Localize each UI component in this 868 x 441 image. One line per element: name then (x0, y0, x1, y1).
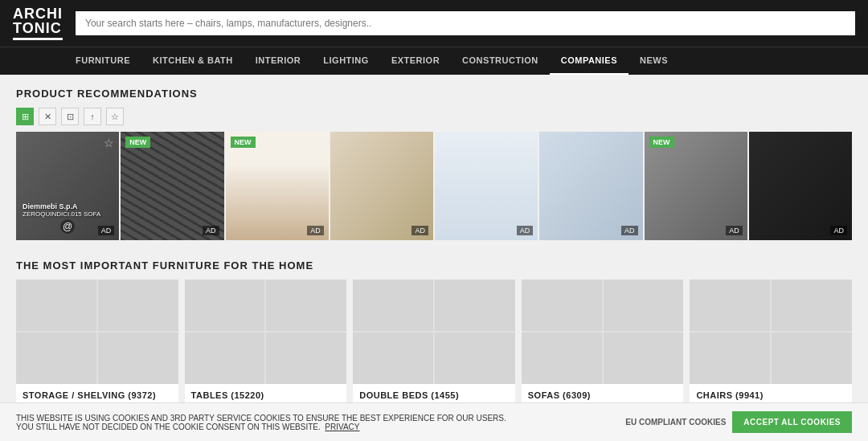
product-card[interactable]: NEWAD (226, 132, 329, 240)
eu-compliant-button[interactable]: EU COMPLIANT COOKIES (625, 418, 726, 427)
category-image (16, 333, 96, 384)
toolbar: ⊞ ✕ ⊡ ↑ ☆ (16, 108, 852, 125)
ad-badge: AD (203, 226, 219, 235)
category-image (98, 333, 178, 384)
toolbar-close-btn[interactable]: ✕ (39, 108, 56, 125)
category-title: TABLES (15220) (191, 390, 341, 400)
toolbar-grid-btn[interactable]: ⊞ (16, 108, 34, 125)
category-title: SOFAS (6309) (528, 390, 678, 400)
accept-cookies-button[interactable]: ACCEPT ALL COOKIES (732, 411, 852, 433)
ad-badge: AD (726, 226, 743, 235)
category-image (185, 280, 265, 331)
category-image (435, 280, 515, 331)
search-bar[interactable] (76, 11, 855, 35)
product-card[interactable]: NEWAD (121, 132, 223, 240)
nav-item-news[interactable]: NEWS (628, 47, 679, 75)
toolbar-star-btn[interactable]: ☆ (106, 108, 124, 125)
main-nav: FURNITUREKITCHEN & BATHINTERIORLIGHTINGE… (0, 47, 868, 75)
categories-title: THE MOST IMPORTANT FURNITURE FOR THE HOM… (16, 259, 852, 272)
header: ARCHI TONIC (0, 0, 868, 47)
nav-item-lighting[interactable]: LIGHTING (312, 47, 380, 75)
main-content: PRODUCT RECOMMENDATIONS ⊞ ✕ ⊡ ↑ ☆ ☆Diemm… (0, 75, 868, 441)
logo-tonic: TONIC (13, 21, 63, 35)
category-image (266, 333, 346, 384)
nav-item-exterior[interactable]: EXTERIOR (380, 47, 451, 75)
category-image (604, 333, 684, 384)
company-name: Diemmebi S.p.A (23, 202, 100, 210)
toolbar-square-btn[interactable]: ⊡ (61, 108, 79, 125)
search-input[interactable] (76, 11, 855, 35)
nav-item-kitchen---bath[interactable]: KITCHEN & BATH (141, 47, 244, 75)
category-image (98, 280, 178, 331)
category-image (435, 333, 515, 384)
cookie-buttons: EU COMPLIANT COOKIES ACCEPT ALL COOKIES (625, 411, 852, 433)
logo-bar (13, 38, 63, 40)
ad-badge: AD (830, 226, 847, 235)
cookie-text: THIS WEBSITE IS USING COOKIES AND 3RD PA… (16, 414, 625, 431)
product-card[interactable]: AD (330, 132, 433, 240)
privacy-link[interactable]: PRIVACY (325, 423, 359, 431)
logo-archi: ARCHI (13, 6, 63, 21)
product-card[interactable]: AD (749, 132, 852, 240)
category-image (353, 280, 433, 331)
new-badge: NEW (125, 137, 150, 148)
product-name: ZEROQUINDICI.015 SOFA (23, 210, 100, 218)
cookie-sub-text: YOU STILL HAVE NOT DECIDED ON THE COOKIE… (16, 423, 625, 431)
category-image (772, 333, 852, 384)
cookie-main-text: THIS WEBSITE IS USING COOKIES AND 3RD PA… (16, 414, 625, 423)
category-image (772, 280, 852, 331)
new-badge: NEW (231, 137, 256, 148)
category-title: STORAGE / SHELVING (9372) (23, 390, 172, 400)
category-title: DOUBLE BEDS (1455) (359, 390, 509, 400)
contact-icon[interactable]: @ (60, 219, 75, 234)
logo[interactable]: ARCHI TONIC (13, 6, 63, 40)
category-image (353, 333, 433, 384)
category-image (690, 280, 770, 331)
product-card[interactable]: AD (435, 132, 538, 240)
category-image (266, 280, 346, 331)
category-image (604, 280, 684, 331)
category-image (522, 333, 602, 384)
nav-item-interior[interactable]: INTERIOR (244, 47, 313, 75)
category-image (185, 333, 265, 384)
category-image (690, 333, 770, 384)
nav-item-furniture[interactable]: FURNITURE (64, 47, 141, 75)
star-icon[interactable]: ☆ (104, 137, 114, 149)
ad-badge: AD (307, 226, 324, 235)
ad-badge: AD (98, 226, 115, 235)
product-label: Diemmebi S.p.AZEROQUINDICI.015 SOFA (23, 202, 100, 218)
recommendations-title: PRODUCT RECOMMENDATIONS (16, 88, 852, 100)
category-image (16, 280, 96, 331)
category-title: CHAIRS (9941) (696, 390, 845, 400)
products-grid: ☆Diemmebi S.p.AZEROQUINDICI.015 SOFA@ADN… (16, 132, 852, 240)
ad-badge: AD (411, 226, 428, 235)
toolbar-upload-btn[interactable]: ↑ (84, 108, 101, 125)
cookie-banner: THIS WEBSITE IS USING COOKIES AND 3RD PA… (0, 402, 868, 441)
category-image (522, 280, 602, 331)
nav-item-companies[interactable]: COMPANIES (550, 47, 628, 75)
product-card[interactable]: NEWAD (645, 132, 747, 240)
nav-item-construction[interactable]: CONSTRUCTION (451, 47, 550, 75)
ad-badge: AD (517, 226, 534, 235)
product-card[interactable]: ☆Diemmebi S.p.AZEROQUINDICI.015 SOFA@AD (16, 132, 119, 240)
new-badge: NEW (649, 137, 674, 148)
product-card[interactable]: AD (539, 132, 642, 240)
ad-badge: AD (621, 226, 638, 235)
